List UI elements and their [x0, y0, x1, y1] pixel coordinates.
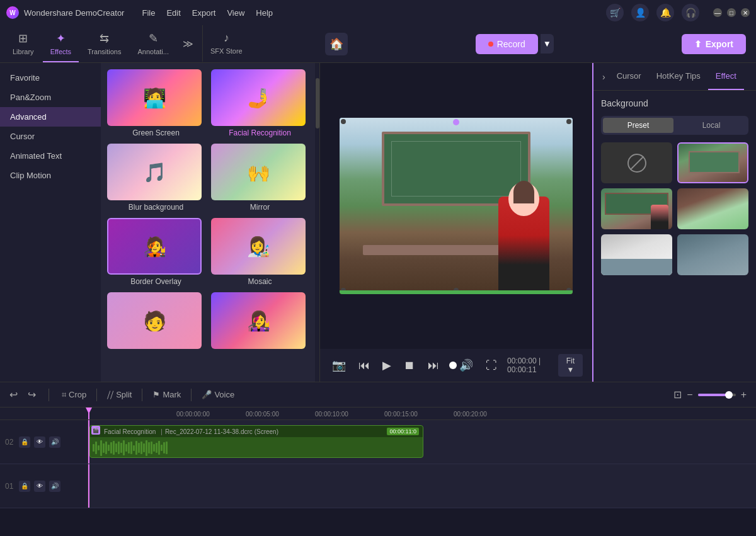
track-visible-02[interactable]: 👁: [34, 436, 45, 448]
fullscreen-button[interactable]: ⛶: [483, 359, 500, 372]
effect-green-screen[interactable]: 🧑‍💻 Green Screen: [107, 69, 205, 137]
effect-label-blur: Blur background: [107, 203, 205, 212]
cart-icon[interactable]: 🛒: [606, 4, 624, 21]
bg-classroom3[interactable]: [677, 188, 748, 229]
menu-help[interactable]: Help: [256, 8, 273, 18]
effect-facial-recognition[interactable]: 🤳 Facial Recognition: [211, 69, 309, 137]
timeline-tools-left: ↩ ↪ ⌗ Crop ⧸⧸ Split ⚑ Mark 🎤 Voice: [9, 389, 234, 401]
screenshot-button[interactable]: 📷: [329, 358, 348, 372]
left-nav: Favorite Pan&Zoom Advanced Cursor Animat…: [0, 63, 101, 190]
undo-button[interactable]: ↩: [9, 389, 18, 401]
tab-transitions[interactable]: ⇆ Transitions: [80, 25, 129, 62]
track-num-01: 01: [5, 482, 15, 491]
timeline-toolbar: ↩ ↪ ⌗ Crop ⧸⧸ Split ⚑ Mark 🎤 Voice: [0, 382, 756, 408]
tab-library[interactable]: ⊞ Library: [5, 25, 42, 62]
menu-file[interactable]: File: [142, 8, 155, 18]
account-icon[interactable]: 👤: [631, 4, 649, 21]
zoom-slider[interactable]: [698, 394, 736, 396]
skip-back-button[interactable]: ⏮: [356, 359, 372, 372]
headset-icon[interactable]: 🎧: [682, 4, 699, 21]
effect-mosaic[interactable]: 👩‍🎨 Mosaic: [211, 218, 309, 286]
preset-tab-preset[interactable]: Preset: [603, 118, 673, 133]
effect-thumb-partial1: 🧑: [107, 292, 202, 349]
effect-border-overlay[interactable]: 🧑‍🎤 Border Overlay: [107, 218, 205, 286]
ruler-mark-0: 00:00:00:00: [176, 411, 246, 418]
nav-clip-motion[interactable]: Clip Motion: [0, 166, 101, 185]
track-clip-02[interactable]: 🎬 Facial Recognition | Rec_2022-07-12 11…: [89, 425, 423, 458]
clip-time-badge: 00:00:11:0: [387, 428, 419, 435]
close-button[interactable]: ✕: [741, 8, 750, 17]
track-row-01: 01 🔒 👁 🔊: [0, 464, 756, 508]
nav-advanced[interactable]: Advanced: [0, 107, 101, 127]
effect-thumb-blur: 🎵: [107, 144, 202, 200]
play-button[interactable]: ▶: [380, 358, 394, 372]
track-controls-02: 02 🔒 👁 🔊: [0, 420, 88, 464]
menu-edit[interactable]: Edit: [166, 8, 180, 18]
bg-none[interactable]: [601, 142, 672, 183]
record-button[interactable]: Record: [476, 34, 538, 54]
ruler-mark-1: 00:00:05:00: [246, 411, 315, 418]
crop-tool[interactable]: ⌗ Crop: [62, 390, 86, 400]
nav-favorite[interactable]: Favorite: [0, 68, 101, 88]
bg-office1[interactable]: [601, 234, 672, 275]
notifications-icon[interactable]: 🔔: [656, 4, 674, 21]
right-tab-effect[interactable]: Effect: [708, 63, 744, 90]
nav-cursor[interactable]: Cursor: [0, 127, 101, 146]
ruler-mark-4: 00:00:20:00: [454, 411, 523, 418]
track-lock-01[interactable]: 🔒: [19, 481, 30, 492]
nav-animated-text[interactable]: Animated Text: [0, 146, 101, 166]
toolbar-more[interactable]: ≫: [178, 38, 198, 50]
effect-partial1[interactable]: 🧑: [107, 292, 205, 351]
timeline-ruler: 00:00:00:00 00:00:05:00 00:00:10:00 00:0…: [0, 408, 756, 420]
track-area-01[interactable]: [88, 464, 756, 508]
tab-annotations[interactable]: ✎ Annotati...: [130, 25, 176, 62]
effect-blur[interactable]: 🎵 Blur background: [107, 144, 205, 212]
voice-tool[interactable]: 🎤 Voice: [202, 390, 234, 399]
track-area-02[interactable]: 🎬 Facial Recognition | Rec_2022-07-12 11…: [88, 420, 756, 464]
bg-none-icon: [627, 154, 646, 173]
right-tab-hotkey[interactable]: HotKey Tips: [649, 63, 708, 90]
right-tab-cursor[interactable]: Cursor: [609, 63, 649, 90]
effects-scrollbar[interactable]: [315, 63, 320, 382]
toolbar-row: ⊞ Library ✦ Effects ⇆ Transitions ✎ Anno…: [0, 25, 756, 63]
zoom-out-button[interactable]: −: [687, 389, 692, 401]
mark-tool[interactable]: ⚑ Mark: [152, 390, 181, 399]
effect-mirror[interactable]: 🙌 Mirror: [211, 144, 309, 212]
track-mute-01[interactable]: 🔊: [49, 481, 60, 492]
preset-tab-local[interactable]: Local: [676, 118, 747, 133]
library-icon: ⊞: [18, 31, 28, 45]
redo-button[interactable]: ↪: [28, 389, 36, 401]
background-section-title: Background: [601, 98, 748, 108]
right-tab-arrow[interactable]: ›: [598, 72, 609, 82]
export-button[interactable]: ⬆ Export: [682, 34, 746, 54]
bg-office2[interactable]: [677, 234, 748, 275]
zoom-in-button[interactable]: +: [741, 389, 747, 401]
title-bar-right: 🛒 👤 🔔 🎧 — □ ✕: [606, 4, 750, 21]
menu-export[interactable]: Export: [192, 8, 216, 18]
skip-forward-button[interactable]: ⏭: [425, 359, 442, 372]
split-tool[interactable]: ⧸⧸ Split: [107, 390, 132, 400]
track-visible-01[interactable]: 👁: [34, 481, 45, 492]
record-dropdown[interactable]: ▼: [541, 34, 554, 54]
tab-effects[interactable]: ✦ Effects: [43, 25, 79, 62]
bg-classroom2[interactable]: [601, 188, 672, 229]
track-controls-01: 01 🔒 👁 🔊: [0, 464, 88, 508]
minimize-button[interactable]: —: [713, 8, 722, 17]
track-lock-02[interactable]: 🔒: [19, 436, 30, 448]
home-button[interactable]: 🏠: [325, 33, 348, 55]
bg-classroom1[interactable]: [677, 142, 748, 183]
effect-partial2[interactable]: 👩‍🎤: [211, 292, 309, 351]
fit-button[interactable]: Fit ▼: [558, 354, 583, 377]
stop-button[interactable]: ⏹: [401, 359, 418, 372]
maximize-button[interactable]: □: [727, 8, 736, 17]
menu-view[interactable]: View: [227, 8, 244, 18]
voice-icon: 🎤: [202, 390, 212, 399]
app-name: Wondershare DemoCreator: [24, 8, 124, 18]
preset-tabs: Preset Local: [601, 116, 748, 135]
effect-thumb-mosaic: 👩‍🎨: [211, 218, 306, 275]
fit-timeline-button[interactable]: ⊡: [673, 389, 682, 401]
track-mute-02[interactable]: 🔊: [49, 436, 60, 448]
nav-pan-zoom[interactable]: Pan&Zoom: [0, 88, 101, 107]
tab-sfx[interactable]: ♪ SFX Store: [202, 25, 250, 62]
volume-button[interactable]: 🔊: [457, 358, 476, 372]
